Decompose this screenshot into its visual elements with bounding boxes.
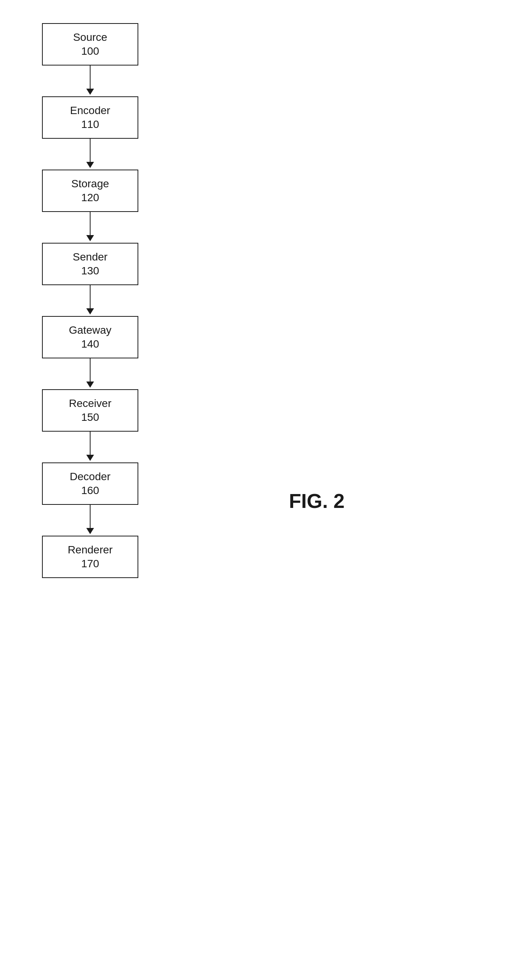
renderer-block: Renderer 170: [42, 536, 138, 578]
arrow-5: [86, 358, 94, 389]
arrow-line-5: [90, 358, 91, 382]
arrow-head-4: [86, 308, 94, 314]
source-number: 100: [81, 44, 99, 58]
gateway-block: Gateway 140: [42, 316, 138, 358]
receiver-number: 150: [81, 410, 99, 424]
renderer-label: Renderer: [68, 543, 113, 557]
source-label: Source: [73, 30, 107, 44]
gateway-number: 140: [81, 337, 99, 351]
arrow-1: [86, 66, 94, 96]
gateway-label: Gateway: [69, 323, 112, 337]
arrow-6: [86, 432, 94, 462]
arrow-head-6: [86, 455, 94, 461]
arrow-head-7: [86, 528, 94, 534]
decoder-block: Decoder 160: [42, 462, 138, 505]
sender-number: 130: [81, 264, 99, 278]
arrow-line-7: [90, 505, 91, 528]
encoder-block: Encoder 110: [42, 96, 138, 139]
encoder-label: Encoder: [70, 104, 110, 118]
arrow-line-1: [90, 66, 91, 89]
flowchart: Source 100 Encoder 110 Storage 120 Sende…: [42, 23, 138, 578]
arrow-line-6: [90, 432, 91, 455]
source-block: Source 100: [42, 23, 138, 66]
storage-block: Storage 120: [42, 170, 138, 212]
sender-block: Sender 130: [42, 243, 138, 285]
renderer-number: 170: [81, 557, 99, 571]
figure-label: FIG. 2: [289, 489, 344, 513]
arrow-3: [86, 212, 94, 243]
receiver-block: Receiver 150: [42, 389, 138, 432]
decoder-label: Decoder: [70, 470, 111, 484]
arrow-2: [86, 139, 94, 170]
storage-label: Storage: [71, 177, 109, 191]
arrow-head-2: [86, 162, 94, 168]
arrow-line-4: [90, 285, 91, 308]
sender-label: Sender: [73, 250, 107, 264]
arrow-line-3: [90, 212, 91, 235]
arrow-7: [86, 505, 94, 536]
arrow-head-5: [86, 382, 94, 388]
arrow-line-2: [90, 139, 91, 162]
decoder-number: 160: [81, 484, 99, 498]
receiver-label: Receiver: [69, 397, 111, 410]
arrow-head-3: [86, 235, 94, 241]
arrow-4: [86, 285, 94, 316]
storage-number: 120: [81, 191, 99, 205]
encoder-number: 110: [81, 118, 99, 131]
arrow-head-1: [86, 89, 94, 95]
